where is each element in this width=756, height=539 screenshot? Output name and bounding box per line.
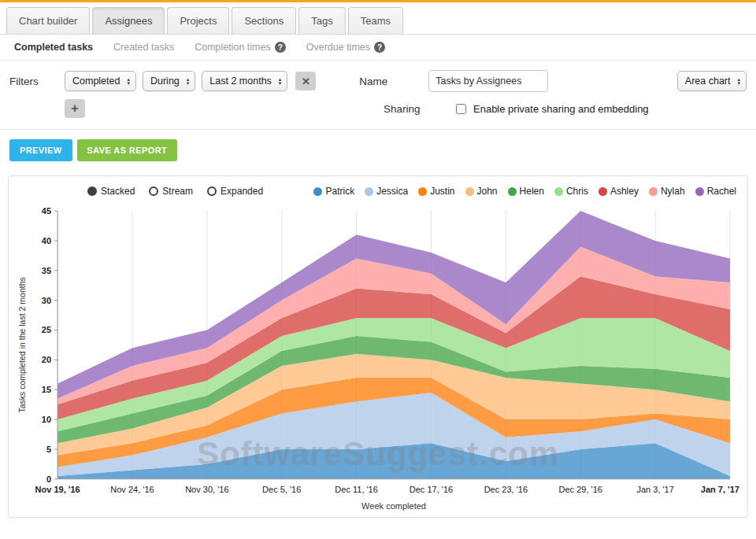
- y-tick-label: 35: [42, 266, 51, 275]
- filter-dropdown-during[interactable]: During▴▾: [143, 71, 195, 91]
- y-tick-label: 10: [42, 415, 51, 424]
- legend-label: Justin: [430, 186, 454, 197]
- stacking-modes: StackedStreamExpanded: [87, 186, 263, 197]
- subnav-item-created-tasks[interactable]: Created tasks: [113, 42, 174, 53]
- mode-option-expanded[interactable]: Expanded: [207, 186, 263, 197]
- legend-item-rachel[interactable]: Rachel: [695, 186, 736, 197]
- series-legend: PatrickJessicaJustinJohnHelenChrisAshley…: [313, 186, 736, 197]
- select-arrows-icon: ▴▾: [737, 77, 740, 85]
- filter-dropdowns: Completed▴▾During▴▾Last 2 months▴▾: [65, 71, 287, 91]
- chart-type-dropdown[interactable]: Area chart ▴▾: [677, 71, 747, 91]
- filters-row-1: Filters Completed▴▾During▴▾Last 2 months…: [9, 70, 747, 92]
- tab-chart-builder[interactable]: Chart builder: [6, 7, 90, 34]
- close-icon: ✕: [302, 76, 310, 87]
- filter-dropdown-last-2-months[interactable]: Last 2 months▴▾: [202, 71, 287, 91]
- radio-icon: [207, 186, 217, 196]
- subnav-item-label: Created tasks: [113, 42, 174, 53]
- legend-item-justin[interactable]: Justin: [418, 186, 454, 197]
- filter-dropdown-completed[interactable]: Completed▴▾: [65, 71, 136, 91]
- help-icon[interactable]: ?: [275, 42, 286, 53]
- arrow-down-icon: ▾: [279, 81, 282, 85]
- legend-dot-icon: [598, 187, 607, 196]
- y-tick-label: 0: [46, 474, 51, 484]
- plus-icon: +: [71, 102, 78, 116]
- legend-dot-icon: [465, 187, 474, 196]
- sharing-checkbox-label: Enable private sharing and embedding: [473, 103, 649, 115]
- chart-header: StackedStreamExpanded PatrickJessicaJust…: [15, 183, 741, 201]
- tab-assignees[interactable]: Assignees: [92, 7, 165, 34]
- legend-dot-icon: [695, 187, 704, 196]
- x-tick-label: Dec 11, '16: [335, 485, 378, 494]
- x-tick-label: Dec 17, '16: [410, 485, 453, 494]
- arrow-down-icon: ▾: [187, 81, 190, 85]
- preview-button[interactable]: PREVIEW: [9, 139, 72, 161]
- sharing-checkbox[interactable]: [456, 104, 466, 114]
- subnav-item-overdue-times[interactable]: Overdue times?: [306, 42, 385, 53]
- help-icon[interactable]: ?: [374, 42, 385, 53]
- mode-label: Stacked: [101, 186, 135, 197]
- area-chart[interactable]: 051015202530354045Nov 19, '16Nov 24, '16…: [15, 201, 741, 514]
- subnav-item-completed-tasks[interactable]: Completed tasks: [14, 42, 93, 53]
- x-tick-label: Nov 30, '16: [185, 485, 228, 494]
- legend-item-helen[interactable]: Helen: [508, 186, 544, 197]
- report-builder-page: Chart builderAssigneesProjectsSectionsTa…: [0, 0, 756, 539]
- x-axis-title: Week completed: [361, 501, 426, 511]
- legend-label: Nylah: [661, 186, 685, 197]
- legend-dot-icon: [554, 187, 563, 196]
- legend-item-nylah[interactable]: Nylah: [649, 186, 685, 197]
- subnav-item-label: Overdue times: [306, 42, 370, 53]
- chart-card: StackedStreamExpanded PatrickJessicaJust…: [8, 175, 748, 518]
- legend-dot-icon: [365, 187, 373, 196]
- legend-item-chris[interactable]: Chris: [554, 186, 588, 197]
- mode-option-stream[interactable]: Stream: [149, 186, 193, 197]
- legend-dot-icon: [418, 187, 427, 196]
- chart-type-value: Area chart: [685, 76, 731, 87]
- x-tick-label: Dec 5, '16: [262, 485, 301, 494]
- add-filter-button[interactable]: +: [65, 99, 85, 118]
- y-tick-label: 20: [42, 355, 51, 364]
- tab-bar: Chart builderAssigneesProjectsSectionsTa…: [0, 2, 756, 35]
- y-tick-label: 5: [46, 445, 51, 454]
- x-tick-label: Dec 29, '16: [559, 485, 602, 494]
- save-as-report-button[interactable]: SAVE AS REPORT: [77, 139, 178, 161]
- select-arrows-icon: ▴▾: [187, 77, 190, 85]
- mode-label: Expanded: [220, 186, 263, 197]
- name-label: Name: [359, 76, 428, 87]
- legend-item-john[interactable]: John: [465, 186, 498, 197]
- legend-item-ashley[interactable]: Ashley: [598, 186, 639, 197]
- name-group: Name: [359, 70, 548, 92]
- x-tick-label: Jan 7, '17: [701, 485, 739, 494]
- dropdown-value: Completed: [72, 76, 120, 87]
- y-tick-label: 45: [42, 206, 51, 216]
- legend-label: Jessica: [376, 186, 408, 197]
- tab-sections[interactable]: Sections: [232, 7, 296, 34]
- select-arrows-icon: ▴▾: [279, 77, 282, 85]
- legend-label: Ashley: [610, 186, 639, 197]
- subnav-item-label: Completion times: [195, 42, 271, 53]
- legend-item-patrick[interactable]: Patrick: [313, 186, 354, 197]
- legend-label: Chris: [566, 186, 588, 197]
- legend-dot-icon: [313, 187, 322, 196]
- subnav-item-completion-times[interactable]: Completion times?: [195, 42, 286, 53]
- x-tick-label: Jan 3, '17: [636, 485, 673, 494]
- y-tick-label: 30: [42, 296, 51, 305]
- legend-item-jessica[interactable]: Jessica: [365, 186, 408, 197]
- tab-projects[interactable]: Projects: [167, 7, 229, 34]
- legend-label: Rachel: [707, 186, 736, 197]
- radio-icon: [87, 186, 97, 196]
- filters-section: Filters Completed▴▾During▴▾Last 2 months…: [0, 61, 756, 130]
- report-name-input[interactable]: [428, 70, 548, 92]
- legend-dot-icon: [508, 187, 517, 196]
- mode-option-stacked[interactable]: Stacked: [87, 186, 135, 197]
- sharing-label: Sharing: [384, 103, 453, 115]
- subnav: Completed tasksCreated tasksCompletion t…: [0, 35, 756, 61]
- tab-teams[interactable]: Teams: [348, 7, 403, 34]
- remove-filter-button[interactable]: ✕: [295, 72, 316, 90]
- tab-tags[interactable]: Tags: [298, 7, 345, 34]
- y-axis-title: Tasks completed in the last 2 months: [17, 277, 27, 412]
- sharing-group: Sharing Enable private sharing and embed…: [384, 102, 649, 116]
- y-tick-label: 25: [42, 325, 51, 334]
- x-tick-label: Dec 23, '16: [484, 485, 528, 494]
- arrow-down-icon: ▾: [127, 81, 130, 85]
- filters-label: Filters: [9, 76, 65, 87]
